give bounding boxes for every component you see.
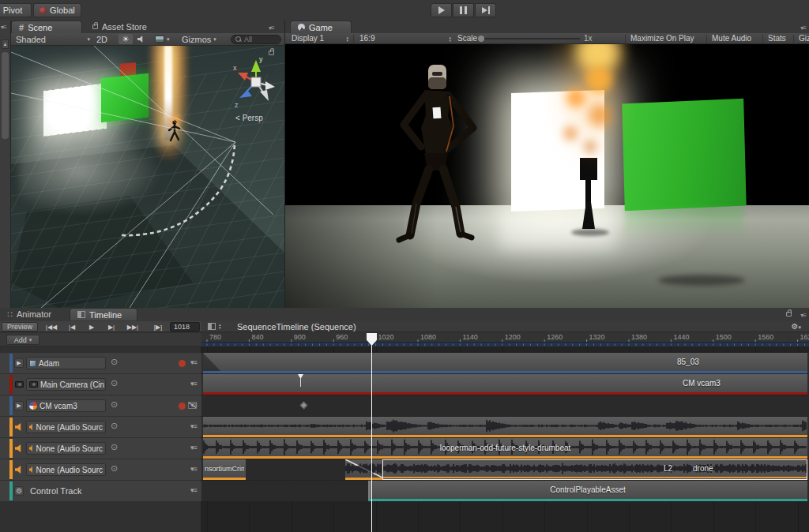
timeline-clips-area[interactable]: ▴▾ SequenceTimeline (Sequence) ⚙▾ 780840… xyxy=(201,321,809,532)
track-menu-icon[interactable]: ▾≡ xyxy=(190,465,197,473)
add-track-button[interactable]: Add▾ xyxy=(6,335,40,345)
target-picker-icon[interactable]: ⊙ xyxy=(111,357,118,367)
go-to-end-button[interactable]: ▶▶| xyxy=(122,322,144,332)
track-menu-icon[interactable]: ▾≡ xyxy=(190,380,197,388)
track-header-main-camera[interactable]: Main Camera (Cin ⊙ ▾≡ xyxy=(0,374,201,395)
target-picker-icon[interactable]: ⊙ xyxy=(111,378,118,388)
scene-orientation-gizmo[interactable]: y x z xyxy=(232,52,281,112)
clip-audio-sparse[interactable] xyxy=(203,417,807,437)
record-dot[interactable] xyxy=(179,360,186,367)
tab-timeline[interactable]: Timeline xyxy=(70,308,137,320)
effects-dropdown[interactable]: ▾ xyxy=(155,33,170,45)
timeline-panel-menu-icon[interactable]: ▾≡ xyxy=(800,312,806,319)
keyframe-diamond[interactable] xyxy=(300,402,308,410)
panel-menu-icon[interactable]: ▾≡ xyxy=(1,24,6,31)
tab-animator[interactable]: ∷ Animator xyxy=(0,308,68,320)
track-binding-field[interactable]: CM vcam3 xyxy=(26,399,106,412)
play-range-toggle[interactable]: [▶] xyxy=(149,322,167,332)
expand-arrow-icon[interactable]: ▶ xyxy=(14,358,24,368)
timeline-play-button[interactable]: ▶ xyxy=(82,322,101,332)
record-dot[interactable] xyxy=(179,403,186,410)
target-picker-icon[interactable]: ⊙ xyxy=(111,442,118,452)
track-binding-field[interactable]: None (Audio Sourc xyxy=(26,442,106,455)
track-binding-field[interactable]: None (Audio Sourc xyxy=(26,421,106,433)
track-menu-icon[interactable]: ▾≡ xyxy=(190,358,197,366)
timeline-settings-gear-icon[interactable]: ⚙▾ xyxy=(792,322,801,331)
track-header-audio-3[interactable]: None (Audio Sourc ⊙ ▾≡ xyxy=(0,459,201,480)
scale-slider-handle[interactable] xyxy=(478,36,484,42)
pivot-toggle-button[interactable]: Pivot xyxy=(0,3,32,17)
playhead-line[interactable] xyxy=(371,343,372,532)
preview-toggle[interactable]: Preview xyxy=(2,322,38,332)
track-row-audio-1[interactable] xyxy=(201,417,809,437)
shading-mode-dropdown[interactable]: Shaded▾ xyxy=(16,33,92,45)
speaker-icon xyxy=(29,466,34,474)
track-binding-field[interactable]: Main Camera (Cin xyxy=(26,378,106,391)
timeline-lock-icon[interactable] xyxy=(786,312,792,317)
target-picker-icon[interactable]: ⊙ xyxy=(111,463,118,474)
previous-frame-button[interactable]: |◀ xyxy=(62,322,81,332)
target-picker-icon[interactable]: ⊙ xyxy=(111,421,118,431)
scene-panel-menu-icon[interactable]: ▾≡ xyxy=(269,24,274,32)
tab-scene[interactable]: # Scene xyxy=(11,21,82,33)
step-button[interactable] xyxy=(475,3,496,17)
track-binding-field[interactable]: Adam xyxy=(26,357,106,369)
track-row-audio-2[interactable]: looperman-odd-future-style-drumbeat xyxy=(201,438,809,459)
tab-game[interactable]: Game xyxy=(290,21,352,33)
mute-audio-toggle[interactable]: Mute Audio xyxy=(712,33,751,43)
clip-adam-animation[interactable]: 85_03 xyxy=(203,353,807,373)
current-frame-field[interactable]: 1018 xyxy=(170,322,200,332)
track-row-adam[interactable]: 85_03 xyxy=(201,353,809,373)
game-viewport[interactable] xyxy=(285,44,809,308)
go-to-start-button[interactable]: |◀◀ xyxy=(41,322,62,332)
audio-toggle[interactable] xyxy=(137,33,145,45)
target-picker-icon[interactable]: ⊙ xyxy=(111,399,118,410)
game-gizmos-dropdown[interactable]: Gizmos▾ xyxy=(799,33,809,43)
play-button[interactable] xyxy=(431,3,452,17)
game-panel-menu-icon[interactable]: ▾≡ xyxy=(800,24,806,32)
aspect-ratio-dropdown[interactable]: 16:9▴▾ xyxy=(359,33,451,43)
global-toggle-button[interactable]: Global xyxy=(33,3,81,17)
scrollbar-up-arrow[interactable]: ▲ xyxy=(2,39,9,49)
animator-icon: ∷ xyxy=(7,309,13,320)
track-menu-icon[interactable]: ▾≡ xyxy=(190,444,197,451)
scene-gizmos-dropdown[interactable]: Gizmos▾ xyxy=(182,33,216,45)
clip-audio-drone-selected[interactable]: L2 drone xyxy=(382,459,807,480)
maximize-on-play-toggle[interactable]: Maximize On Play xyxy=(630,33,694,43)
track-menu-icon[interactable]: ▾≡ xyxy=(190,486,197,494)
gizmo-lock-icon[interactable] xyxy=(269,51,274,55)
clip-audio-fade-in[interactable] xyxy=(345,459,382,480)
timeline-selector-icon[interactable]: ▴▾ xyxy=(219,323,221,329)
scrollbar-thumb[interactable] xyxy=(2,52,9,139)
track-binding-field[interactable]: None (Audio Sourc xyxy=(26,463,106,476)
track-menu-icon[interactable]: ▾≡ xyxy=(190,422,197,430)
track-header-audio-1[interactable]: None (Audio Sourc ⊙ ▾≡ xyxy=(0,417,201,437)
clip-left-edge[interactable] xyxy=(368,481,371,499)
pause-button[interactable] xyxy=(453,3,474,17)
tab-asset-store[interactable]: Asset Store xyxy=(85,21,164,33)
clip-control-playable[interactable]: ControlPlayableAsset xyxy=(368,481,807,501)
track-row-audio-3[interactable]: nsortiumCrim... L2 drone xyxy=(201,459,809,480)
scale-slider-track[interactable] xyxy=(484,38,580,39)
scene-viewport[interactable]: y x z < Persp xyxy=(11,46,284,308)
next-frame-button[interactable]: ▶| xyxy=(102,322,121,332)
display-dropdown[interactable]: Display 1▴▾ xyxy=(292,33,348,43)
track-menu-icon[interactable]: ▾≡ xyxy=(190,401,197,409)
track-header-audio-2[interactable]: None (Audio Sourc ⊙ ▾≡ xyxy=(0,438,201,459)
clip-audio-consortium[interactable]: nsortiumCrim... xyxy=(203,459,246,480)
scene-search-input[interactable]: All xyxy=(231,35,281,44)
track-header-control[interactable]: ⚙ Control Track ▾≡ xyxy=(0,481,201,501)
2d-toggle[interactable]: 2D xyxy=(96,33,107,45)
expand-arrow-icon[interactable]: ▶ xyxy=(14,401,24,410)
stats-toggle[interactable]: Stats xyxy=(768,33,786,43)
track-row-cm-vcam3[interactable] xyxy=(201,395,809,416)
track-row-control[interactable]: ControlPlayableAsset xyxy=(201,481,809,501)
projection-mode-label[interactable]: < Persp xyxy=(235,114,263,122)
track-row-main-camera[interactable]: CM vcam3 xyxy=(201,374,809,395)
breadcrumb[interactable]: SequenceTimeline (Sequence) xyxy=(237,322,356,332)
clip-cm-vcam3-shot[interactable]: CM vcam3 xyxy=(203,374,807,395)
track-header-cm-vcam3[interactable]: ▶ CM vcam3 ⊙ ▾≡ xyxy=(0,395,201,416)
lighting-toggle[interactable]: ☀ xyxy=(119,34,133,44)
clip-audio-drumbeat[interactable]: looperman-odd-future-style-drumbeat xyxy=(203,438,807,459)
track-header-adam[interactable]: ▶ Adam ⊙ ▾≡ xyxy=(0,353,201,373)
